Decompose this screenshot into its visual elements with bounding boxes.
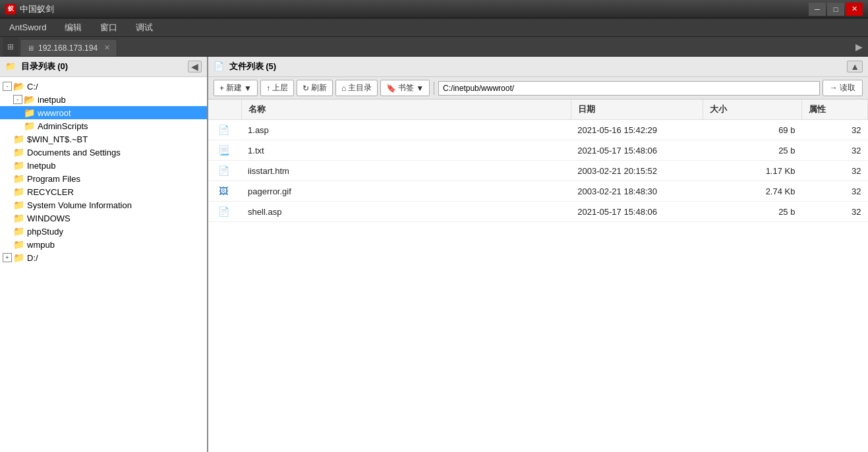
left-panel-header: 📁 目录列表 (0) ◀ [0, 57, 207, 77]
tree-node-adminscripts[interactable]: 📁 AdminScripts [0, 119, 207, 132]
tree-node-c-drive[interactable]: - 📂 C:/ [0, 80, 207, 93]
col-header-attr[interactable]: 属性 [801, 99, 867, 120]
tab-192-168-173-194[interactable]: 🖥 192.168.173.194 ✕ [20, 39, 117, 56]
expand-d-drive[interactable]: + [3, 253, 12, 262]
up-label: 上层 [272, 82, 288, 94]
inetpub2-label: Inetpub [27, 161, 55, 171]
home-icon: ⌂ [341, 84, 346, 93]
program-files-label: Program Files [27, 174, 80, 184]
d-drive-label: D:/ [27, 253, 38, 263]
refresh-label: 刷新 [311, 82, 327, 94]
col-header-name[interactable]: 名称 [241, 99, 571, 120]
table-row[interactable]: 📄 shell.asp 2021-05-17 15:48:06 25 b 32 [208, 202, 868, 222]
system-volume-folder-icon: 📁 [13, 200, 24, 210]
menu-debug[interactable]: 调试 [132, 20, 157, 35]
file-date-cell: 2021-05-16 15:42:29 [571, 120, 703, 140]
wwwroot-folder-icon: 📁 [24, 107, 35, 118]
app-title: 中国蚁剑 [20, 3, 809, 15]
tab-icon: 🖥 [27, 44, 34, 52]
refresh-icon: ↻ [303, 84, 309, 93]
tab-bar-end: ▶ [119, 37, 865, 56]
inetpub-label: inetpub [38, 95, 66, 105]
adminscripts-label: AdminScripts [38, 121, 88, 131]
go-button[interactable]: → 读取 [823, 80, 863, 96]
file-size-cell: 25 b [703, 140, 801, 161]
right-panel: 📄 文件列表 (5) ▲ + 新建 ▼ ↑ 上层 ↻ 刷新 ⌂ 主目录 [208, 57, 868, 452]
file-type-icon: 📄 [217, 205, 230, 218]
bookmark-button[interactable]: 🔖 书签 ▼ [380, 80, 430, 96]
col-header-size[interactable]: 大小 [703, 99, 801, 120]
wmpub-label: wmpub [27, 240, 55, 250]
path-input[interactable] [438, 81, 820, 96]
tab-close-button[interactable]: ✕ [104, 43, 110, 52]
phpstudy-label: phpStudy [27, 227, 63, 237]
menu-edit[interactable]: 编辑 [61, 20, 86, 35]
maximize-button[interactable]: □ [827, 3, 844, 16]
tree-node-phpstudy[interactable]: 📁 phpStudy [0, 225, 207, 238]
tree-node-recycler[interactable]: 📁 RECYCLER [0, 185, 207, 198]
file-icon-cell: 📃 [208, 140, 241, 161]
tab-arrow-icon[interactable]: ▶ [855, 42, 863, 52]
tree-node-wmpub[interactable]: 📁 wmpub [0, 238, 207, 251]
file-date-cell: 2021-05-17 15:48:06 [571, 140, 703, 161]
menu-window[interactable]: 窗口 [96, 20, 121, 35]
documents-label: Documents and Settings [27, 148, 121, 157]
file-icon-cell: 📄 [208, 202, 241, 222]
right-panel-title: 📄 文件列表 (5) [214, 61, 276, 72]
right-toolbar: + 新建 ▼ ↑ 上层 ↻ 刷新 ⌂ 主目录 🔖 书签 ▼ [208, 77, 868, 99]
tab-nav-home[interactable]: ⊞ [3, 37, 18, 56]
minimize-button[interactable]: ─ [809, 3, 826, 16]
home-label: 主目录 [348, 82, 372, 94]
phpstudy-folder-icon: 📁 [13, 226, 24, 237]
win-nt-label: $WIN_NT$.~BT [27, 134, 88, 144]
table-row[interactable]: 📄 1.asp 2021-05-16 15:42:29 69 b 32 [208, 120, 868, 140]
table-row[interactable]: 📃 1.txt 2021-05-17 15:48:06 25 b 32 [208, 140, 868, 161]
tree-node-d-drive[interactable]: + 📁 D:/ [0, 251, 207, 264]
file-table-container[interactable]: 名称 日期 大小 属性 📄 1.asp 2021-05-16 15:42:29 … [208, 99, 868, 452]
file-name-cell[interactable]: 1.asp [241, 120, 571, 140]
tree-node-documents[interactable]: 📁 Documents and Settings [0, 146, 207, 159]
menu-antsword[interactable]: AntSword [5, 21, 50, 34]
col-header-date[interactable]: 日期 [571, 99, 703, 120]
new-label: 新建 [226, 82, 242, 94]
file-name-cell[interactable]: pagerror.gif [241, 181, 571, 202]
main-content: 📁 目录列表 (0) ◀ - 📂 C:/ - 📂 inetpub 📁 wwwro… [0, 57, 868, 452]
file-attr-cell: 32 [801, 140, 867, 161]
file-icon-cell: 🖼 [208, 181, 241, 202]
tree-node-wwwroot[interactable]: 📁 wwwroot [0, 106, 207, 119]
program-files-folder-icon: 📁 [13, 173, 24, 184]
refresh-button[interactable]: ↻ 刷新 [297, 80, 333, 96]
file-name-cell[interactable]: 1.txt [241, 140, 571, 161]
file-icon-cell: 📄 [208, 161, 241, 181]
tree-node-win-nt[interactable]: 📁 $WIN_NT$.~BT [0, 132, 207, 146]
d-drive-folder-icon: 📁 [13, 252, 24, 263]
tree-node-system-volume[interactable]: 📁 System Volume Information [0, 198, 207, 212]
file-name-cell[interactable]: iisstart.htm [241, 161, 571, 181]
file-attr-cell: 32 [801, 202, 867, 222]
file-type-icon: 📄 [217, 164, 230, 177]
expand-c-drive[interactable]: - [3, 82, 12, 91]
new-button[interactable]: + 新建 ▼ [214, 80, 258, 96]
menu-bar: AntSword 编辑 窗口 调试 [0, 18, 868, 37]
tree-node-windows[interactable]: 📁 WINDOWS [0, 212, 207, 225]
inetpub2-folder-icon: 📁 [13, 160, 24, 171]
table-row[interactable]: 🖼 pagerror.gif 2003-02-21 18:48:30 2.74 … [208, 181, 868, 202]
expand-inetpub[interactable]: - [13, 95, 22, 104]
col-header-icon [208, 99, 241, 120]
directory-tree[interactable]: - 📂 C:/ - 📂 inetpub 📁 wwwroot 📁 AdminScr… [0, 77, 207, 452]
tree-node-program-files[interactable]: 📁 Program Files [0, 172, 207, 185]
file-size-cell: 25 b [703, 202, 801, 222]
up-button[interactable]: ↑ 上层 [260, 80, 294, 96]
home-button[interactable]: ⌂ 主目录 [335, 80, 378, 96]
windows-label: WINDOWS [27, 213, 71, 223]
file-date-cell: 2003-02-21 18:48:30 [571, 181, 703, 202]
close-button[interactable]: ✕ [846, 3, 863, 16]
table-header-row: 名称 日期 大小 属性 [208, 99, 868, 120]
table-row[interactable]: 📄 iisstart.htm 2003-02-21 20:15:52 1.17 … [208, 161, 868, 181]
tree-node-inetpub[interactable]: - 📂 inetpub [0, 93, 207, 106]
right-panel-collapse-button[interactable]: ▲ [847, 61, 863, 72]
file-name-cell[interactable]: shell.asp [241, 202, 571, 222]
left-panel-collapse-button[interactable]: ◀ [188, 61, 202, 72]
left-panel-title: 📁 目录列表 (0) [5, 61, 68, 72]
tree-node-inetpub2[interactable]: 📁 Inetpub [0, 159, 207, 172]
